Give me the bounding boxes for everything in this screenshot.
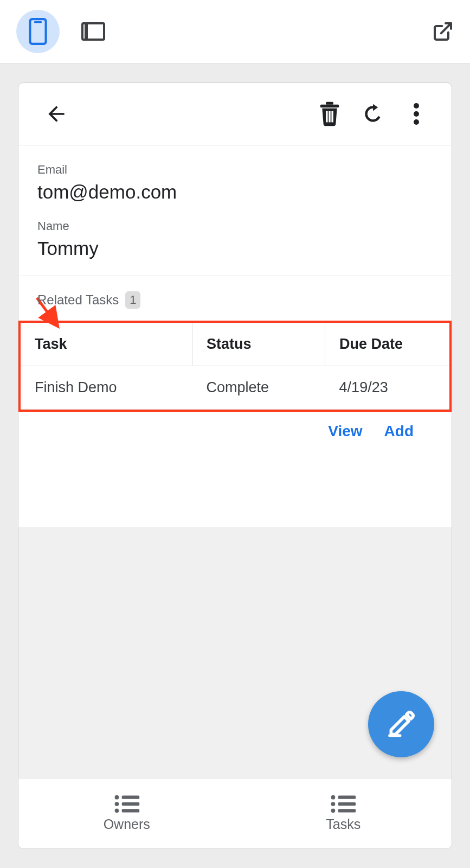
nav-owners[interactable]: Owners <box>18 778 235 848</box>
field-label: Name <box>37 219 433 233</box>
tablet-icon <box>81 22 105 41</box>
svg-rect-16 <box>121 796 139 799</box>
app-frame: Email tom@demo.com Name Tommy Related Ta… <box>18 82 452 849</box>
col-status: Status <box>192 323 325 366</box>
svg-rect-22 <box>338 796 356 799</box>
cell-due-date: 4/19/23 <box>325 366 449 410</box>
table-header-row: Task Status Due Date <box>21 323 449 366</box>
related-tasks-section: Related Tasks 1 Task Status Due Date Fin <box>18 276 452 440</box>
svg-point-19 <box>331 795 336 800</box>
mobile-icon <box>29 18 47 45</box>
nav-label: Tasks <box>326 816 360 832</box>
edit-icon <box>386 709 416 739</box>
nav-tasks[interactable]: Tasks <box>235 778 452 848</box>
svg-point-13 <box>114 795 119 800</box>
svg-rect-24 <box>338 809 356 812</box>
mobile-view-button[interactable] <box>16 10 60 53</box>
svg-rect-8 <box>331 111 333 123</box>
open-external-button[interactable] <box>432 21 454 42</box>
refresh-icon <box>361 102 385 126</box>
svg-point-14 <box>114 802 119 806</box>
field-value: Tommy <box>37 238 433 259</box>
cell-task: Finish Demo <box>21 366 192 410</box>
detail-header <box>18 83 452 145</box>
col-due-date: Due Date <box>325 323 449 366</box>
list-icon <box>114 795 140 813</box>
svg-point-9 <box>414 103 419 108</box>
back-button[interactable] <box>37 95 75 133</box>
svg-rect-23 <box>338 802 356 806</box>
svg-rect-7 <box>329 111 330 123</box>
svg-rect-6 <box>326 111 327 123</box>
svg-rect-18 <box>121 809 139 812</box>
svg-rect-5 <box>326 102 333 105</box>
related-tasks-table: Task Status Due Date Finish Demo Complet… <box>21 323 449 410</box>
related-tasks-title: Related Tasks <box>37 292 119 308</box>
back-arrow-icon <box>44 102 68 126</box>
cell-status: Complete <box>192 366 325 410</box>
svg-rect-4 <box>320 105 339 107</box>
svg-point-20 <box>331 802 336 806</box>
svg-rect-17 <box>121 802 139 806</box>
tablet-view-button[interactable] <box>81 22 105 41</box>
svg-point-11 <box>414 119 419 125</box>
bottom-nav: Owners Tasks <box>18 778 452 848</box>
nav-label: Owners <box>104 816 150 832</box>
related-tasks-count-badge: 1 <box>125 291 140 309</box>
preview-area: Email tom@demo.com Name Tommy Related Ta… <box>0 63 470 868</box>
edit-fab[interactable] <box>368 691 434 757</box>
view-button[interactable]: View <box>328 423 362 440</box>
name-field: Name Tommy <box>37 219 433 259</box>
more-vert-icon <box>414 103 419 125</box>
related-tasks-header: Related Tasks 1 <box>37 291 433 309</box>
field-label: Email <box>37 163 433 177</box>
col-task: Task <box>21 323 192 366</box>
add-button[interactable]: Add <box>384 423 414 440</box>
field-value: tom@demo.com <box>37 181 433 203</box>
more-button[interactable] <box>397 95 435 133</box>
svg-point-21 <box>331 809 336 813</box>
table-row[interactable]: Finish Demo Complete 4/19/23 <box>21 366 449 410</box>
related-actions: View Add <box>37 412 433 440</box>
delete-button[interactable] <box>311 95 349 133</box>
svg-point-10 <box>414 111 419 117</box>
svg-point-15 <box>114 809 119 813</box>
editor-top-toolbar <box>0 0 470 63</box>
refresh-button[interactable] <box>354 95 392 133</box>
open-external-icon <box>432 21 454 42</box>
details-section: Email tom@demo.com Name Tommy <box>18 145 452 276</box>
list-icon <box>330 795 356 813</box>
related-tasks-table-highlight: Task Status Due Date Finish Demo Complet… <box>18 321 452 412</box>
svg-rect-3 <box>85 23 88 40</box>
trash-icon <box>318 101 341 127</box>
email-field: Email tom@demo.com <box>37 163 433 203</box>
